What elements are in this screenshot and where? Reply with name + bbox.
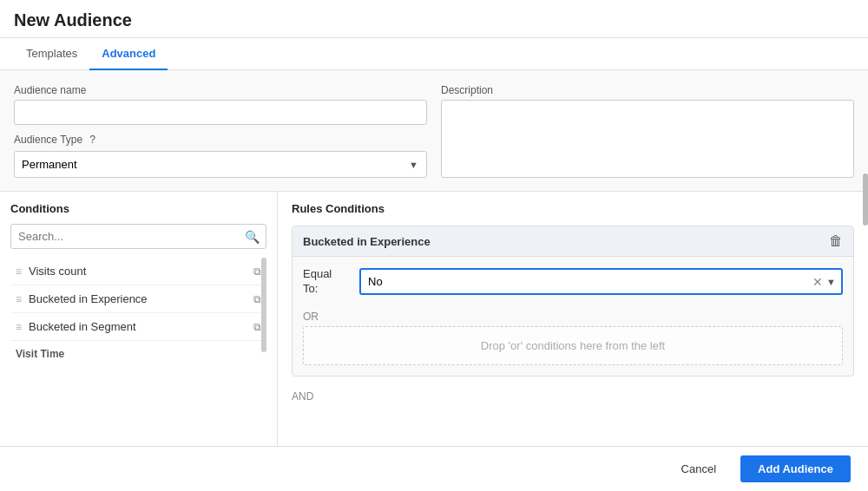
page-header: New Audience xyxy=(0,0,868,38)
rule-card-header: Bucketed in Experience 🗑 xyxy=(293,226,853,257)
form-left: Audience name Audience Type? Permanent T… xyxy=(14,84,427,180)
external-link-icon[interactable]: ⧉ xyxy=(253,293,261,305)
tab-advanced[interactable]: Advanced xyxy=(89,38,168,70)
tab-bar: Templates Advanced xyxy=(0,38,868,70)
dropdown-arrow-icon[interactable]: ▼ xyxy=(826,277,836,287)
list-item[interactable]: ≡ Bucketed in Experience ⧉ xyxy=(10,285,266,313)
audience-name-label: Audience name xyxy=(14,84,427,96)
external-link-icon[interactable]: ⧉ xyxy=(253,321,261,333)
form-section: Audience name Audience Type? Permanent T… xyxy=(0,70,868,192)
audience-type-select-wrapper: Permanent Temporary Session ▼ xyxy=(14,151,427,178)
form-right: Description xyxy=(441,84,854,180)
page-title: New Audience xyxy=(14,10,854,30)
audience-type-label: Audience Type? xyxy=(14,134,427,146)
rules-scrollbar-track xyxy=(863,192,868,347)
audience-type-wrapper: Audience Type? Permanent Temporary Sessi… xyxy=(14,134,427,178)
rules-title: Rules Conditions xyxy=(292,202,854,215)
search-wrapper: 🔍 xyxy=(10,224,266,249)
list-item[interactable]: ≡ Visits count ⧉ xyxy=(10,258,266,285)
scrollbar-thumb xyxy=(261,258,266,352)
external-link-icon[interactable]: ⧉ xyxy=(253,265,261,278)
or-label: OR xyxy=(303,305,843,326)
drop-zone: Drop 'or' conditions here from the left xyxy=(303,326,843,365)
list-item[interactable]: ≡ Bucketed in Segment ⧉ xyxy=(10,313,266,341)
rule-card-body: EqualTo: ✕ ▼ OR Drop 'or' conditions her… xyxy=(293,257,853,376)
equal-to-label: EqualTo: xyxy=(303,267,351,297)
and-label: AND xyxy=(292,385,854,404)
drag-handle-icon: ≡ xyxy=(16,265,22,278)
rule-value-input[interactable] xyxy=(361,270,812,293)
rules-scrollbar-thumb xyxy=(863,192,868,226)
footer: Cancel Add Audience xyxy=(0,446,868,491)
description-label: Description xyxy=(441,84,854,96)
clear-input-icon[interactable]: ✕ xyxy=(812,275,823,289)
add-audience-button[interactable]: Add Audience xyxy=(740,455,851,482)
drag-handle-icon: ≡ xyxy=(16,293,22,305)
cancel-button[interactable]: Cancel xyxy=(666,455,732,482)
rule-input-wrapper: ✕ ▼ xyxy=(359,268,843,295)
audience-name-input[interactable] xyxy=(14,100,427,125)
rule-card-title: Bucketed in Experience xyxy=(303,235,431,248)
description-input[interactable] xyxy=(441,100,854,178)
rule-card: Bucketed in Experience 🗑 EqualTo: ✕ ▼ OR xyxy=(292,226,854,376)
tab-templates[interactable]: Templates xyxy=(14,38,89,70)
rule-row: EqualTo: ✕ ▼ xyxy=(303,267,843,297)
conditions-title: Conditions xyxy=(10,202,266,215)
drag-handle-icon: ≡ xyxy=(16,321,22,333)
visit-time-section-label: Visit Time xyxy=(10,341,266,363)
audience-type-select[interactable]: Permanent Temporary Session xyxy=(14,151,427,178)
delete-rule-icon[interactable]: 🗑 xyxy=(829,233,843,249)
audience-type-help-icon[interactable]: ? xyxy=(89,134,95,146)
conditions-search-input[interactable] xyxy=(10,224,266,249)
